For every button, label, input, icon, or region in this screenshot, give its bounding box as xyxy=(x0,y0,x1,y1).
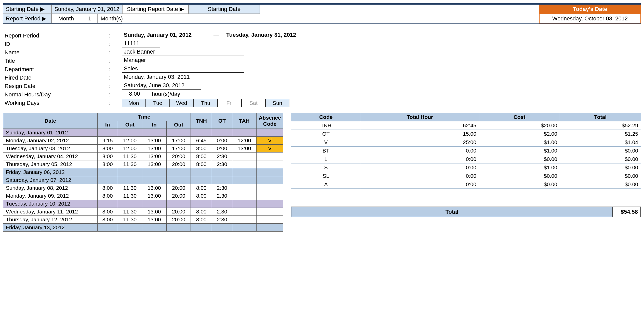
cell-abs: V xyxy=(257,137,283,145)
cell-cost: $20.00 xyxy=(479,121,560,130)
cell-tnh xyxy=(191,176,212,184)
report-start: Sunday, January 01, 2012 xyxy=(122,32,208,39)
th-ot: OT xyxy=(212,113,232,129)
starting-date-label: Starting Date ▶ xyxy=(3,5,51,14)
cell-in1: 8:00 xyxy=(98,153,118,160)
cell-tnh: 8:00 xyxy=(191,145,212,153)
cell-hour: 15:00 xyxy=(361,130,479,138)
cell-date: Friday, January 13, 2012 xyxy=(3,224,98,232)
cell-tnh: 8:00 xyxy=(191,192,212,200)
starting-report-value[interactable]: Starting Date xyxy=(189,5,260,14)
summary-row: S0:00$1.00$0.00 xyxy=(291,163,641,172)
name-label: Name xyxy=(5,49,109,56)
attendance-row: Saturday, January 07, 2012 xyxy=(3,176,283,184)
cell-total: $52.29 xyxy=(560,121,641,130)
cell-hour: 0:00 xyxy=(361,180,479,189)
cell-out2 xyxy=(166,176,191,184)
cell-date: Monday, January 02, 2012 xyxy=(3,137,98,145)
attendance-row: Tuesday, January 10, 2012 xyxy=(3,200,283,208)
period-unit[interactable]: Month xyxy=(51,14,82,23)
cell-ot: 2:30 xyxy=(212,216,232,224)
cell-tnh: 8:00 xyxy=(191,216,212,224)
cell-cost: $0.00 xyxy=(479,172,560,180)
cell-cost: $1.00 xyxy=(479,138,560,147)
cell-in1: 8:00 xyxy=(98,184,118,192)
cell-ot xyxy=(212,224,232,232)
summary-row: TNH62:45$20.00$52.29 xyxy=(291,121,641,130)
cell-in1: 9:15 xyxy=(98,137,118,145)
cell-total: $0.00 xyxy=(560,172,641,180)
cell-tah xyxy=(232,192,257,200)
working-day-mon: Mon xyxy=(122,99,146,107)
summary-row: A0:00$0.00$0.00 xyxy=(291,180,641,189)
today-value: Wednesday, October 03, 2012 xyxy=(539,14,641,23)
cell-in1 xyxy=(98,200,118,208)
cell-in2 xyxy=(142,200,167,208)
cell-abs: V xyxy=(257,145,283,153)
cell-out1: 11:30 xyxy=(118,192,142,200)
cell-out2 xyxy=(166,129,191,137)
attendance-row: Sunday, January 01, 2012 xyxy=(3,129,283,137)
th-time: Time xyxy=(98,113,191,121)
starting-date-value[interactable]: Sunday, January 01, 2012 xyxy=(51,5,122,14)
th-abs: Absence Code xyxy=(257,113,283,129)
cell-tnh: 6:45 xyxy=(191,137,212,145)
cell-out2 xyxy=(166,200,191,208)
attendance-row: Wednesday, January 11, 20128:0011:3013:0… xyxy=(3,208,283,216)
cell-in1: 8:00 xyxy=(98,216,118,224)
th-date: Date xyxy=(3,113,98,129)
cell-out2 xyxy=(166,168,191,176)
grand-total-value: $54.58 xyxy=(613,207,641,217)
cell-ot: 0:00 xyxy=(212,145,232,153)
cell-tah xyxy=(232,200,257,208)
name-value: Jack Banner xyxy=(122,48,244,56)
cell-ot xyxy=(212,168,232,176)
cell-code: S xyxy=(291,163,361,172)
cell-out2: 20:00 xyxy=(166,208,191,216)
cell-in1 xyxy=(98,176,118,184)
cell-in1: 8:00 xyxy=(98,145,118,153)
cell-abs xyxy=(257,192,283,200)
attendance-row: Sunday, January 08, 20128:0011:3013:0020… xyxy=(3,184,283,192)
cell-tah xyxy=(232,168,257,176)
attendance-row: Thursday, January 05, 20128:0011:3013:00… xyxy=(3,160,283,168)
id-label: ID xyxy=(5,41,109,47)
cell-tah: 13:00 xyxy=(232,145,257,153)
cell-hour: 62:45 xyxy=(361,121,479,130)
working-day-tue: Tue xyxy=(146,99,170,107)
cell-out1: 11:30 xyxy=(118,208,142,216)
th-in1: In xyxy=(98,121,118,129)
cell-out1: 12:00 xyxy=(118,137,142,145)
cell-ot xyxy=(212,129,232,137)
cell-tah xyxy=(232,216,257,224)
hired-label: Hired Date xyxy=(5,74,109,81)
th-tah: TAH xyxy=(232,113,257,129)
dept-value: Sales xyxy=(122,65,244,73)
cell-abs xyxy=(257,160,283,168)
hours-label: Normal Hours/Day xyxy=(5,91,109,98)
attendance-row: Wednesday, January 04, 20128:0011:3013:0… xyxy=(3,153,283,160)
cell-in2: 13:00 xyxy=(142,184,167,192)
cell-out1: 12:00 xyxy=(118,145,142,153)
divider xyxy=(3,23,641,24)
th-in2: In xyxy=(142,121,167,129)
cell-ot: 2:30 xyxy=(212,184,232,192)
cell-code: BT xyxy=(291,147,361,155)
working-day-sun: Sun xyxy=(265,99,289,107)
cell-tnh: 8:00 xyxy=(191,184,212,192)
period-qty[interactable]: 1 xyxy=(82,14,97,23)
cell-cost: $1.00 xyxy=(479,163,560,172)
starting-report-label: Starting Report Date ▶ xyxy=(122,5,189,14)
cell-out2: 17:00 xyxy=(166,137,191,145)
grand-total: Total $54.58 xyxy=(291,207,641,217)
th-tnh: TNH xyxy=(191,113,212,129)
cell-in2: 13:00 xyxy=(142,153,167,160)
cell-in2: 13:00 xyxy=(142,216,167,224)
cell-out1 xyxy=(118,168,142,176)
hours-value: 8:00 xyxy=(122,91,147,98)
th-hour: Total Hour xyxy=(361,113,479,121)
title-label: Title xyxy=(5,58,109,64)
cell-date: Saturday, January 07, 2012 xyxy=(3,176,98,184)
cell-in2 xyxy=(142,176,167,184)
cell-tnh xyxy=(191,200,212,208)
